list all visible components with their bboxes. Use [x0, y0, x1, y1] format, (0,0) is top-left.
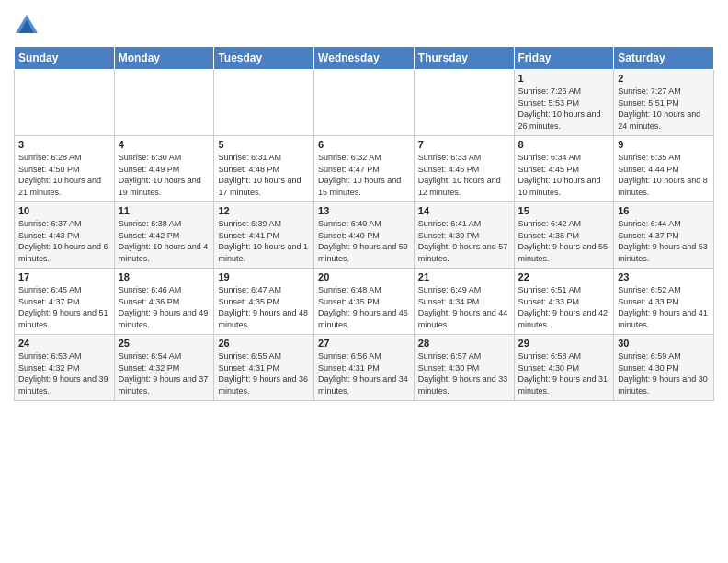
day-cell: 4Sunrise: 6:30 AM Sunset: 4:49 PM Daylig… — [114, 136, 214, 202]
day-cell: 28Sunrise: 6:57 AM Sunset: 4:30 PM Dayli… — [414, 335, 514, 401]
day-number: 6 — [318, 139, 410, 150]
calendar-header-row: SundayMondayTuesdayWednesdayThursdayFrid… — [15, 47, 714, 70]
day-info: Sunrise: 6:45 AM Sunset: 4:37 PM Dayligh… — [18, 284, 110, 330]
header-tuesday: Tuesday — [214, 47, 314, 70]
day-number: 11 — [119, 205, 210, 216]
week-row-4: 24Sunrise: 6:53 AM Sunset: 4:32 PM Dayli… — [15, 335, 714, 401]
day-number: 2 — [618, 73, 710, 84]
day-cell: 7Sunrise: 6:33 AM Sunset: 4:46 PM Daylig… — [414, 136, 514, 202]
header-saturday: Saturday — [614, 47, 714, 70]
day-cell: 11Sunrise: 6:38 AM Sunset: 4:42 PM Dayli… — [114, 202, 214, 269]
day-cell: 9Sunrise: 6:35 AM Sunset: 4:44 PM Daylig… — [614, 136, 714, 202]
day-number: 15 — [518, 205, 610, 216]
day-number: 19 — [218, 271, 310, 282]
day-cell: 1Sunrise: 7:26 AM Sunset: 5:53 PM Daylig… — [514, 70, 614, 136]
day-number: 26 — [218, 338, 310, 349]
day-info: Sunrise: 6:38 AM Sunset: 4:42 PM Dayligh… — [119, 218, 210, 264]
day-info: Sunrise: 6:35 AM Sunset: 4:44 PM Dayligh… — [618, 152, 710, 198]
day-info: Sunrise: 6:44 AM Sunset: 4:37 PM Dayligh… — [618, 218, 710, 264]
day-info: Sunrise: 7:27 AM Sunset: 5:51 PM Dayligh… — [618, 86, 710, 132]
day-info: Sunrise: 6:32 AM Sunset: 4:47 PM Dayligh… — [318, 152, 410, 198]
day-number: 16 — [618, 205, 710, 216]
logo — [14, 13, 43, 39]
week-row-0: 1Sunrise: 7:26 AM Sunset: 5:53 PM Daylig… — [15, 70, 714, 136]
day-cell: 17Sunrise: 6:45 AM Sunset: 4:37 PM Dayli… — [15, 269, 115, 335]
header-thursday: Thursday — [414, 47, 514, 70]
day-info: Sunrise: 6:56 AM Sunset: 4:31 PM Dayligh… — [318, 350, 410, 396]
day-info: Sunrise: 6:51 AM Sunset: 4:33 PM Dayligh… — [518, 284, 610, 330]
header-monday: Monday — [114, 47, 214, 70]
calendar-table: SundayMondayTuesdayWednesdayThursdayFrid… — [14, 46, 714, 401]
day-info: Sunrise: 6:58 AM Sunset: 4:30 PM Dayligh… — [518, 350, 610, 396]
day-cell: 13Sunrise: 6:40 AM Sunset: 4:40 PM Dayli… — [314, 202, 415, 269]
week-row-1: 3Sunrise: 6:28 AM Sunset: 4:50 PM Daylig… — [15, 136, 714, 202]
day-number: 12 — [218, 205, 310, 216]
day-info: Sunrise: 7:26 AM Sunset: 5:53 PM Dayligh… — [518, 86, 610, 132]
day-cell: 22Sunrise: 6:51 AM Sunset: 4:33 PM Dayli… — [514, 269, 614, 335]
day-number: 18 — [119, 271, 210, 282]
day-number: 14 — [418, 205, 510, 216]
day-cell: 25Sunrise: 6:54 AM Sunset: 4:32 PM Dayli… — [114, 335, 214, 401]
day-cell — [414, 70, 514, 136]
page-container: SundayMondayTuesdayWednesdayThursdayFrid… — [0, 0, 728, 410]
day-cell: 16Sunrise: 6:44 AM Sunset: 4:37 PM Dayli… — [614, 202, 714, 269]
day-number: 28 — [418, 338, 510, 349]
day-info: Sunrise: 6:52 AM Sunset: 4:33 PM Dayligh… — [618, 284, 710, 330]
day-info: Sunrise: 6:34 AM Sunset: 4:45 PM Dayligh… — [518, 152, 610, 198]
day-cell: 30Sunrise: 6:59 AM Sunset: 4:30 PM Dayli… — [614, 335, 714, 401]
day-info: Sunrise: 6:40 AM Sunset: 4:40 PM Dayligh… — [318, 218, 410, 264]
day-cell — [314, 70, 415, 136]
day-cell — [214, 70, 314, 136]
day-cell: 29Sunrise: 6:58 AM Sunset: 4:30 PM Dayli… — [514, 335, 614, 401]
day-number: 17 — [18, 271, 110, 282]
day-cell: 8Sunrise: 6:34 AM Sunset: 4:45 PM Daylig… — [514, 136, 614, 202]
day-cell: 3Sunrise: 6:28 AM Sunset: 4:50 PM Daylig… — [15, 136, 115, 202]
logo-icon — [14, 13, 40, 39]
day-number: 25 — [119, 338, 210, 349]
day-cell — [114, 70, 214, 136]
day-number: 5 — [218, 139, 310, 150]
day-number: 27 — [318, 338, 410, 349]
header-sunday: Sunday — [15, 47, 115, 70]
day-cell: 21Sunrise: 6:49 AM Sunset: 4:34 PM Dayli… — [414, 269, 514, 335]
header-wednesday: Wednesday — [314, 47, 415, 70]
day-number: 4 — [119, 139, 210, 150]
day-info: Sunrise: 6:53 AM Sunset: 4:32 PM Dayligh… — [18, 350, 110, 396]
week-row-3: 17Sunrise: 6:45 AM Sunset: 4:37 PM Dayli… — [15, 269, 714, 335]
day-number: 7 — [418, 139, 510, 150]
day-info: Sunrise: 6:46 AM Sunset: 4:36 PM Dayligh… — [119, 284, 210, 330]
day-info: Sunrise: 6:42 AM Sunset: 4:38 PM Dayligh… — [518, 218, 610, 264]
day-number: 29 — [518, 338, 610, 349]
day-cell: 19Sunrise: 6:47 AM Sunset: 4:35 PM Dayli… — [214, 269, 314, 335]
day-info: Sunrise: 6:54 AM Sunset: 4:32 PM Dayligh… — [119, 350, 210, 396]
day-cell: 2Sunrise: 7:27 AM Sunset: 5:51 PM Daylig… — [614, 70, 714, 136]
day-cell: 15Sunrise: 6:42 AM Sunset: 4:38 PM Dayli… — [514, 202, 614, 269]
day-cell — [15, 70, 115, 136]
day-info: Sunrise: 6:55 AM Sunset: 4:31 PM Dayligh… — [218, 350, 310, 396]
day-number: 21 — [418, 271, 510, 282]
day-cell: 20Sunrise: 6:48 AM Sunset: 4:35 PM Dayli… — [314, 269, 415, 335]
day-number: 30 — [618, 338, 710, 349]
day-info: Sunrise: 6:47 AM Sunset: 4:35 PM Dayligh… — [218, 284, 310, 330]
day-info: Sunrise: 6:49 AM Sunset: 4:34 PM Dayligh… — [418, 284, 510, 330]
day-info: Sunrise: 6:33 AM Sunset: 4:46 PM Dayligh… — [418, 152, 510, 198]
day-number: 23 — [618, 271, 710, 282]
day-number: 9 — [618, 139, 710, 150]
day-info: Sunrise: 6:57 AM Sunset: 4:30 PM Dayligh… — [418, 350, 510, 396]
day-info: Sunrise: 6:37 AM Sunset: 4:43 PM Dayligh… — [18, 218, 110, 264]
day-number: 8 — [518, 139, 610, 150]
day-cell: 6Sunrise: 6:32 AM Sunset: 4:47 PM Daylig… — [314, 136, 415, 202]
day-number: 10 — [18, 205, 110, 216]
day-cell: 24Sunrise: 6:53 AM Sunset: 4:32 PM Dayli… — [15, 335, 115, 401]
week-row-2: 10Sunrise: 6:37 AM Sunset: 4:43 PM Dayli… — [15, 202, 714, 269]
day-info: Sunrise: 6:39 AM Sunset: 4:41 PM Dayligh… — [218, 218, 310, 264]
day-cell: 12Sunrise: 6:39 AM Sunset: 4:41 PM Dayli… — [214, 202, 314, 269]
day-number: 20 — [318, 271, 410, 282]
day-info: Sunrise: 6:30 AM Sunset: 4:49 PM Dayligh… — [119, 152, 210, 198]
day-cell: 26Sunrise: 6:55 AM Sunset: 4:31 PM Dayli… — [214, 335, 314, 401]
day-cell: 5Sunrise: 6:31 AM Sunset: 4:48 PM Daylig… — [214, 136, 314, 202]
day-info: Sunrise: 6:59 AM Sunset: 4:30 PM Dayligh… — [618, 350, 710, 396]
day-info: Sunrise: 6:48 AM Sunset: 4:35 PM Dayligh… — [318, 284, 410, 330]
day-info: Sunrise: 6:31 AM Sunset: 4:48 PM Dayligh… — [218, 152, 310, 198]
day-info: Sunrise: 6:28 AM Sunset: 4:50 PM Dayligh… — [18, 152, 110, 198]
